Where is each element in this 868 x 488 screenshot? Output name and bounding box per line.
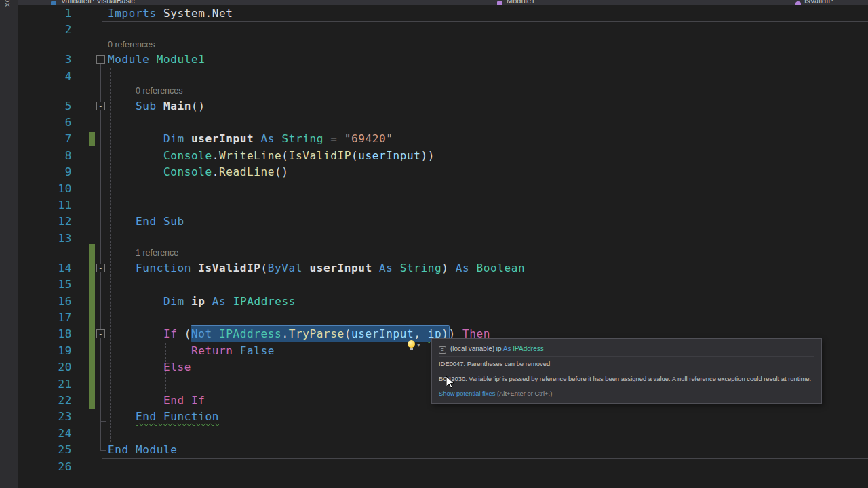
toolbox-side-tab[interactable]: Toolbox (0, 0, 18, 488)
code-line[interactable]: 6 (18, 115, 868, 131)
selection-highlight: Not IPAddress.TryParse(userInput, ip) (191, 326, 448, 342)
mouse-cursor (446, 375, 455, 392)
code-text: Dim ip As IPAddress (108, 293, 296, 310)
code-text: End Module (108, 442, 178, 458)
code-line[interactable]: 11 (18, 197, 868, 214)
line-number: 12 (53, 214, 72, 230)
code-text: End If (108, 392, 205, 409)
line-number: 25 (53, 442, 72, 458)
code-line[interactable]: 15 (18, 277, 868, 293)
line-number: 13 (53, 230, 72, 247)
line-number: 18 (53, 326, 72, 342)
code-line[interactable]: 16 Dim ip As IPAddress (18, 293, 868, 310)
chevron-down-icon: ▾ (417, 342, 420, 348)
tooltip-ide-message: IDE0047: Parentheses can be removed (439, 356, 814, 371)
tooltip-symbol-row: ≡(local variable) ip As IPAddress (439, 342, 814, 356)
code-line[interactable]: 24 (18, 426, 868, 442)
lightbulb-head (408, 340, 415, 348)
tooltip-symbol-type: IPAddress (513, 345, 543, 352)
line-number: 2 (53, 22, 72, 38)
tooltip-bc-message: BC42030: Variable 'ip' is passed by refe… (439, 371, 814, 386)
code-text: Return False (108, 343, 275, 359)
tooltip-symbol-prefix: (local variable) (450, 345, 496, 352)
code-text: Console.ReadLine() (108, 164, 289, 180)
line-number: 11 (53, 197, 72, 214)
code-line[interactable]: 14- Function IsValidIP(ByVal userInput A… (18, 260, 868, 277)
navigation-bar: ValidateIP VisualBasic Module1 IsValidIP (18, 0, 868, 5)
code-line[interactable]: 12 End Sub (18, 214, 868, 230)
code-line[interactable]: 26 (18, 459, 868, 475)
line-number: 4 (53, 68, 72, 85)
code-line[interactable]: 3-Module Module1 (18, 52, 868, 68)
toolbox-label: Toolbox (4, 0, 12, 7)
code-line[interactable]: 2 (18, 22, 868, 38)
line-number: 6 (53, 115, 72, 131)
line-number: 3 (53, 52, 72, 68)
line-number: 19 (53, 343, 72, 359)
code-text: Else (108, 359, 191, 375)
tooltip-symbol-name: ip (496, 345, 502, 352)
fold-toggle[interactable]: - (96, 102, 105, 110)
line-number: 5 (53, 98, 72, 115)
code-text: Function IsValidIP(ByVal userInput As St… (108, 260, 525, 277)
line-number: 20 (53, 359, 72, 375)
code-text: Dim userInput As String = "69420" (108, 131, 393, 147)
fix-shortcut: (Alt+Enter or Ctrl+.) (495, 390, 552, 397)
code-text: Module Module1 (108, 52, 205, 68)
fold-toggle[interactable]: - (96, 55, 105, 64)
code-text: End Sub (108, 214, 184, 230)
line-number: 16 (53, 293, 72, 310)
codelens-references[interactable]: 1 reference (136, 247, 178, 260)
codelens-references[interactable]: 0 references (108, 39, 155, 52)
code-line[interactable]: 1Imports System.Net (18, 5, 868, 22)
lightbulb-base (410, 348, 413, 350)
codelens-references[interactable]: 0 references (136, 85, 182, 98)
line-number: 22 (53, 392, 72, 409)
quick-info-tooltip: ≡(local variable) ip As IPAddress IDE004… (431, 338, 822, 404)
line-number: 24 (53, 426, 72, 442)
line-number: 14 (53, 260, 72, 277)
line-number: 9 (53, 164, 72, 180)
line-number: 17 (53, 310, 72, 326)
class-dropdown[interactable]: Module1 (507, 0, 535, 5)
line-number: 10 (53, 181, 72, 197)
code-line[interactable]: 4 (18, 68, 868, 85)
line-number: 26 (53, 459, 72, 475)
line-number: 7 (53, 131, 72, 147)
code-line[interactable]: 17 (18, 310, 868, 326)
fold-toggle[interactable]: - (96, 264, 105, 272)
member-dropdown[interactable]: IsValidIP (804, 0, 833, 5)
code-line[interactable]: 7 Dim userInput As String = "69420" (18, 131, 868, 147)
code-text: Sub Main() (108, 98, 205, 115)
code-line[interactable]: 8 Console.WriteLine(IsValidIP(userInput)… (18, 148, 868, 164)
line-number: 15 (53, 277, 72, 293)
visual-studio-window: Toolbox ValidateIP VisualBasic Module1 I… (0, 0, 868, 488)
fold-toggle[interactable]: - (96, 329, 105, 338)
code-line[interactable]: 9 Console.ReadLine() (18, 164, 868, 180)
line-number: 21 (53, 376, 72, 392)
project-dropdown[interactable]: ValidateIP VisualBasic (61, 0, 135, 5)
code-line[interactable]: 13 (18, 230, 868, 247)
local-variable-icon: ≡ (439, 346, 446, 354)
code-editor[interactable]: 1Imports System.Net20 references3-Module… (18, 5, 868, 488)
code-text: End Function (108, 409, 219, 425)
tooltip-fix-row: Show potential fixes (Alt+Enter or Ctrl+… (439, 386, 814, 401)
quick-actions-lightbulb-icon[interactable]: ▾ (406, 340, 424, 352)
tooltip-symbol-as: As (502, 345, 513, 352)
code-line[interactable]: 23 End Function (18, 409, 868, 425)
code-text: Console.WriteLine(IsValidIP(userInput)) (108, 148, 435, 164)
code-line[interactable]: 25End Module (18, 442, 868, 458)
code-line[interactable]: 5- Sub Main() (18, 98, 868, 115)
line-number: 23 (53, 409, 72, 425)
code-line[interactable]: 10 (18, 181, 868, 197)
line-number: 1 (53, 5, 72, 22)
line-number: 8 (53, 148, 72, 164)
code-text: Imports System.Net (108, 5, 233, 22)
